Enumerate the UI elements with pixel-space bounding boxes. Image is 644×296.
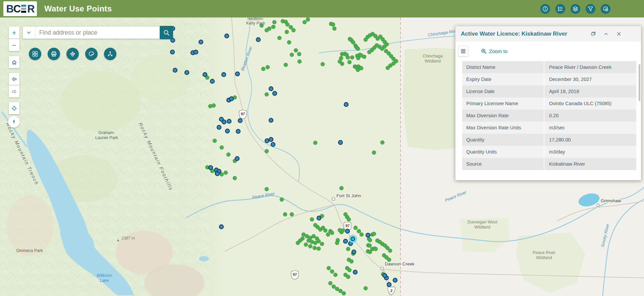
- water-point-green[interactable]: [338, 228, 342, 232]
- water-point-green[interactable]: [266, 65, 270, 69]
- water-point-blue[interactable]: [222, 120, 226, 124]
- water-point-blue[interactable]: [225, 34, 229, 38]
- water-point-green[interactable]: [317, 239, 321, 243]
- water-point-green[interactable]: [339, 186, 343, 190]
- water-point-green[interactable]: [342, 291, 346, 295]
- water-point-green[interactable]: [317, 247, 321, 251]
- water-point-green[interactable]: [308, 244, 312, 248]
- water-point-blue[interactable]: [271, 142, 275, 146]
- water-point-green[interactable]: [330, 231, 334, 235]
- water-point-green[interactable]: [287, 40, 291, 44]
- water-point-green[interactable]: [362, 55, 366, 59]
- water-point-blue[interactable]: [269, 118, 273, 122]
- search-input[interactable]: [35, 29, 172, 36]
- water-point-green[interactable]: [372, 232, 376, 236]
- water-point-green[interactable]: [303, 20, 307, 24]
- water-point-green[interactable]: [320, 242, 324, 246]
- water-point-blue[interactable]: [173, 68, 177, 72]
- water-point-blue[interactable]: [209, 166, 213, 170]
- water-point-green[interactable]: [368, 244, 372, 248]
- map[interactable]: 9797972 Redfern-Keily ParkChinchagaWildl…: [0, 17, 644, 296]
- water-point-green[interactable]: [313, 141, 317, 145]
- water-point-green[interactable]: [313, 246, 317, 250]
- layers-button[interactable]: [571, 4, 580, 14]
- water-point-green[interactable]: [372, 151, 376, 155]
- water-point-green[interactable]: [313, 223, 317, 227]
- water-point-green[interactable]: [212, 103, 216, 108]
- water-point-green[interactable]: [346, 275, 350, 279]
- water-point-blue[interactable]: [345, 229, 350, 233]
- water-point-green[interactable]: [290, 53, 294, 57]
- legend-button[interactable]: [555, 4, 565, 14]
- add-data-button[interactable]: [601, 4, 610, 14]
- water-point-green[interactable]: [343, 212, 347, 216]
- water-point-blue[interactable]: [353, 270, 357, 274]
- water-point-blue[interactable]: [229, 97, 233, 101]
- water-point-blue[interactable]: [383, 273, 387, 278]
- compass-button[interactable]: [8, 116, 20, 128]
- water-point-blue[interactable]: [338, 140, 342, 144]
- water-point-blue[interactable]: [256, 38, 260, 42]
- water-point-green[interactable]: [360, 232, 364, 237]
- water-point-blue[interactable]: [393, 278, 397, 282]
- water-point-blue[interactable]: [199, 40, 203, 44]
- water-point-selected[interactable]: [351, 237, 355, 241]
- water-point-green[interactable]: [330, 269, 334, 273]
- water-point-green[interactable]: [285, 23, 289, 27]
- water-point-blue[interactable]: [170, 50, 174, 54]
- water-point-green[interactable]: [304, 243, 308, 247]
- water-point-blue[interactable]: [269, 87, 273, 91]
- popup-scrollbar[interactable]: [639, 64, 640, 101]
- water-point-green[interactable]: [346, 55, 350, 59]
- info-button[interactable]: [540, 4, 550, 14]
- zoom-to-button[interactable]: Zoom to: [479, 48, 509, 54]
- water-point-blue[interactable]: [217, 125, 221, 129]
- water-point-blue[interactable]: [265, 139, 269, 143]
- water-point-green[interactable]: [328, 281, 332, 285]
- water-point-blue[interactable]: [222, 73, 226, 77]
- water-point-green[interactable]: [350, 55, 354, 59]
- water-point-green[interactable]: [213, 139, 217, 143]
- water-point-green[interactable]: [283, 212, 287, 216]
- water-point-green[interactable]: [333, 273, 337, 277]
- forward-button[interactable]: [9, 85, 19, 97]
- water-point-green[interactable]: [346, 247, 350, 251]
- water-point-green[interactable]: [294, 48, 298, 52]
- water-point-green[interactable]: [224, 171, 228, 175]
- water-point-green[interactable]: [284, 63, 288, 67]
- water-point-green[interactable]: [367, 50, 371, 54]
- water-point-green[interactable]: [331, 23, 335, 27]
- water-point-green[interactable]: [350, 259, 354, 263]
- water-point-green[interactable]: [298, 59, 302, 64]
- water-point-blue[interactable]: [344, 102, 348, 107]
- water-point-green[interactable]: [265, 149, 269, 153]
- water-point-green[interactable]: [340, 62, 344, 66]
- water-point-blue[interactable]: [352, 250, 356, 254]
- water-point-blue[interactable]: [343, 239, 347, 243]
- water-point-green[interactable]: [374, 247, 378, 251]
- water-point-blue[interactable]: [203, 73, 207, 77]
- water-point-blue[interactable]: [238, 119, 242, 123]
- water-point-green[interactable]: [354, 226, 358, 230]
- water-point-blue[interactable]: [273, 91, 277, 95]
- water-point-green[interactable]: [306, 17, 310, 22]
- water-point-green[interactable]: [310, 217, 314, 221]
- home-button[interactable]: [9, 56, 19, 68]
- water-point-green[interactable]: [357, 229, 361, 233]
- measure-button[interactable]: [104, 48, 116, 60]
- water-point-green[interactable]: [380, 140, 384, 144]
- water-point-green[interactable]: [356, 68, 360, 72]
- water-point-green[interactable]: [280, 198, 284, 202]
- water-point-green[interactable]: [326, 232, 330, 237]
- print-button[interactable]: [48, 48, 60, 60]
- water-point-green[interactable]: [226, 153, 230, 157]
- water-point-blue[interactable]: [194, 50, 198, 54]
- zoom-out-button[interactable]: −: [9, 39, 19, 51]
- water-point-blue[interactable]: [387, 283, 391, 287]
- water-point-blue[interactable]: [235, 157, 239, 161]
- water-point-green[interactable]: [220, 145, 224, 150]
- water-point-blue[interactable]: [269, 137, 273, 141]
- water-point-green[interactable]: [386, 66, 390, 70]
- water-point-green[interactable]: [356, 56, 360, 60]
- water-point-blue[interactable]: [210, 79, 214, 83]
